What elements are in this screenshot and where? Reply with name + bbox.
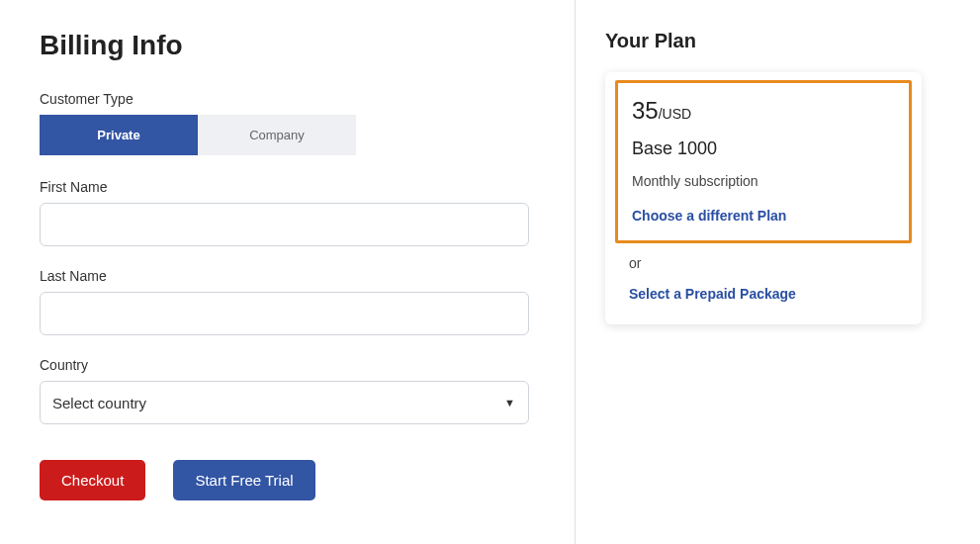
or-label: or: [629, 255, 898, 271]
country-label: Country: [40, 357, 535, 373]
segment-private-button[interactable]: Private: [40, 115, 198, 155]
choose-different-plan-link[interactable]: Choose a different Plan: [632, 208, 786, 224]
plan-price-value: 35: [632, 97, 659, 124]
plan-subscription-type: Monthly subscription: [632, 173, 895, 189]
select-prepaid-link[interactable]: Select a Prepaid Package: [629, 286, 796, 302]
customer-type-segmented: Private Company: [40, 115, 535, 155]
plan-title: Your Plan: [605, 30, 950, 52]
country-select[interactable]: Select country: [40, 381, 529, 424]
start-trial-button[interactable]: Start Free Trial: [173, 460, 314, 500]
plan-name: Base 1000: [632, 138, 895, 159]
plan-price-currency: /USD: [659, 106, 691, 122]
first-name-label: First Name: [40, 179, 535, 195]
billing-title: Billing Info: [40, 30, 535, 61]
last-name-label: Last Name: [40, 268, 535, 284]
plan-card: 35/USD Base 1000 Monthly subscription Ch…: [605, 72, 922, 324]
segment-company-button[interactable]: Company: [198, 115, 356, 155]
customer-type-label: Customer Type: [40, 91, 535, 107]
plan-highlight-box: 35/USD Base 1000 Monthly subscription Ch…: [615, 80, 912, 243]
first-name-input[interactable]: [40, 203, 529, 246]
plan-price: 35/USD: [632, 97, 895, 125]
last-name-input[interactable]: [40, 292, 529, 335]
checkout-button[interactable]: Checkout: [40, 460, 145, 500]
